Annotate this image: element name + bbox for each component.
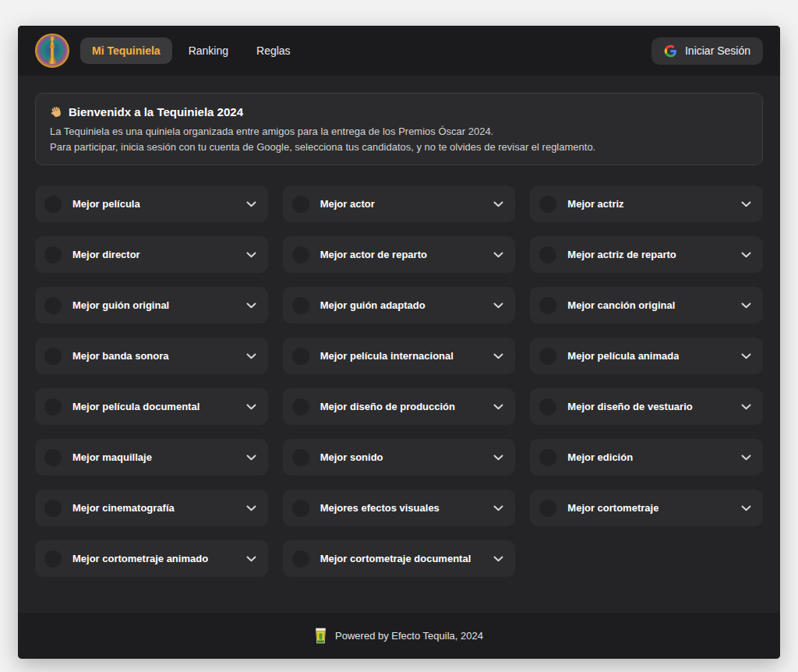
tab-reglas[interactable]: Reglas [245,37,302,64]
chevron-down-icon [493,353,503,359]
category-dropdown[interactable]: Mejor director [35,236,268,273]
category-label: Mejor actor de reparto [320,249,427,260]
chevron-down-icon [493,454,503,461]
chevron-down-icon [246,302,256,309]
banner-line2: Para participar, inicia sesión con tu cu… [50,140,748,155]
category-label: Mejor director [72,249,140,260]
category-dropdown[interactable]: Mejor canción original [530,287,763,324]
category-label: Mejor cortometraje animado [72,553,208,564]
chevron-down-icon [493,556,503,562]
nominee-avatar-placeholder [44,297,62,314]
chevron-down-icon [493,302,503,309]
category-label: Mejor película animada [567,350,679,362]
chevron-down-icon [246,505,256,511]
category-dropdown[interactable]: Mejor actor de reparto [283,236,516,273]
category-dropdown[interactable]: Mejor película animada [530,338,763,374]
nominee-avatar-placeholder [44,449,62,466]
nav-tabs: Mi Tequiniela Ranking Reglas [80,37,302,64]
category-dropdown[interactable]: Mejor cortometraje animado [35,540,268,577]
chevron-down-icon [246,454,256,461]
category-label: Mejor banda sonora [72,350,169,362]
category-dropdown[interactable]: Mejor película internacional [283,338,516,374]
category-label: Mejor edición [567,451,633,463]
chevron-down-icon [493,252,503,258]
banner-line1: La Tequiniela es una quiniela organizada… [50,124,748,140]
app-window: Mi Tequiniela Ranking Reglas Iniciar Ses… [18,26,780,659]
category-label: Mejor actor [320,198,375,210]
main-content: Bienvenidx a la Tequiniela 2024 La Tequi… [18,76,780,613]
category-label: Mejor cortometraje documental [320,553,471,564]
tab-mi-tequiniela[interactable]: Mi Tequiniela [80,37,172,64]
nominee-avatar-placeholder [44,398,62,416]
category-dropdown[interactable]: Mejor edición [530,439,763,476]
category-label: Mejor diseño de vestuario [567,401,692,412]
chevron-down-icon [741,404,751,410]
banner-title-text: Bienvenidx a la Tequiniela 2024 [69,105,243,118]
category-dropdown[interactable]: Mejor cortometraje [530,490,763,526]
category-dropdown[interactable]: Mejor maquillaje [35,439,268,476]
chevron-down-icon [741,252,751,258]
nominee-avatar-placeholder [292,246,309,263]
chevron-down-icon [493,404,503,410]
category-dropdown[interactable]: Mejor película [35,186,268,222]
chevron-down-icon [246,252,256,258]
oscar-statue-logo-icon[interactable] [35,34,69,68]
nominee-avatar-placeholder [292,297,309,314]
tab-ranking[interactable]: Ranking [177,37,240,64]
category-label: Mejores efectos visuales [320,502,440,514]
oscar-figure-icon [44,35,61,66]
nominee-avatar-placeholder [539,500,556,517]
category-label: Mejor maquillaje [72,451,152,463]
category-dropdown[interactable]: Mejor banda sonora [35,338,268,374]
wave-emoji-icon [50,105,63,118]
chevron-down-icon [246,556,256,562]
category-dropdown[interactable]: Mejor sonido [283,439,516,476]
nominee-avatar-placeholder [292,550,309,568]
nominee-avatar-placeholder [292,500,309,517]
nominee-avatar-placeholder [292,196,309,213]
category-dropdown[interactable]: Mejor diseño de producción [283,388,516,425]
nominee-avatar-placeholder [44,550,62,568]
chevron-down-icon [246,404,256,410]
category-dropdown[interactable]: Mejor actor [283,186,516,222]
footer-text: Powered by Efecto Tequila, 2024 [335,630,483,642]
footer: Powered by Efecto Tequila, 2024 [18,613,780,659]
chevron-down-icon [246,201,256,207]
category-dropdown[interactable]: Mejor diseño de vestuario [530,388,763,425]
category-label: Mejor sonido [320,451,383,463]
category-label: Mejor actriz [567,198,623,210]
chevron-down-icon [246,353,256,359]
category-label: Mejor película [72,198,140,210]
chevron-down-icon [741,454,751,461]
nominee-avatar-placeholder [292,348,309,365]
category-dropdown[interactable]: Mejor cortometraje documental [283,540,516,577]
nominee-avatar-placeholder [539,398,556,416]
category-label: Mejor actriz de reparto [567,249,676,260]
google-g-icon [664,44,677,58]
chevron-down-icon [741,353,751,359]
category-label: Mejor guión adaptado [320,299,425,311]
welcome-banner: Bienvenidx a la Tequiniela 2024 La Tequi… [35,93,763,165]
nominee-avatar-placeholder [292,449,309,466]
category-dropdown[interactable]: Mejor cinematografía [35,490,268,526]
nominee-avatar-placeholder [539,449,556,466]
navbar: Mi Tequiniela Ranking Reglas Iniciar Ses… [18,26,780,76]
nominee-avatar-placeholder [44,246,62,263]
category-label: Mejor canción original [567,299,675,311]
category-label: Mejor cortometraje [567,502,659,514]
category-dropdown[interactable]: Mejor actriz [530,186,763,222]
category-label: Mejor guión original [72,299,169,311]
login-button[interactable]: Iniciar Sesión [651,37,763,65]
chevron-down-icon [493,201,503,207]
category-dropdown[interactable]: Mejores efectos visuales [283,490,516,526]
nominee-avatar-placeholder [539,246,556,263]
category-dropdown[interactable]: Mejor película documental [35,388,268,425]
nominee-avatar-placeholder [44,500,62,517]
category-label: Mejor película documental [72,401,200,412]
chevron-down-icon [741,505,751,511]
category-dropdown[interactable]: Mejor guión original [35,287,268,324]
chevron-down-icon [741,201,751,207]
category-dropdown[interactable]: Mejor guión adaptado [283,287,516,324]
category-dropdown[interactable]: Mejor actriz de reparto [530,236,763,273]
login-button-label: Iniciar Sesión [685,44,750,57]
